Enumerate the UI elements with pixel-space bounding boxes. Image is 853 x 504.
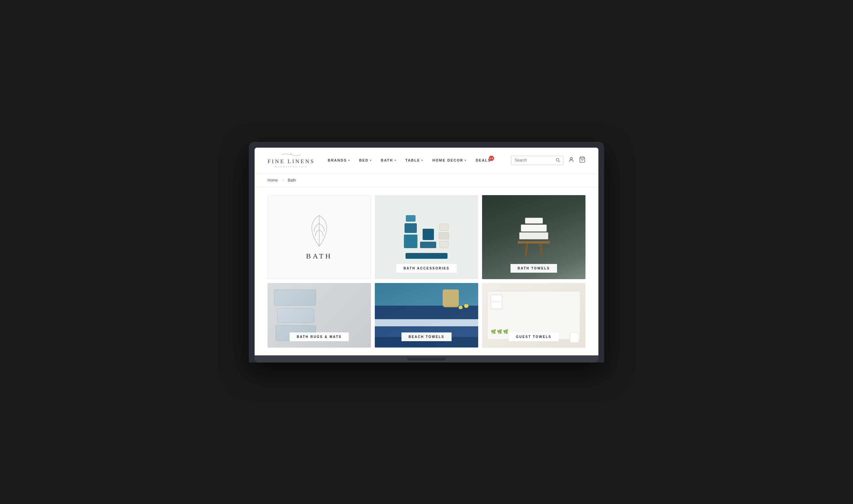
main-content: BATH — [255, 187, 598, 355]
svg-point-0 — [290, 153, 292, 155]
category-card-bath[interactable]: BATH — [268, 195, 371, 279]
logo-flourish — [280, 152, 303, 158]
chevron-down-icon: ▾ — [395, 159, 397, 162]
accessory-boxes — [404, 215, 449, 248]
search-box[interactable] — [511, 156, 563, 165]
account-icon[interactable] — [568, 156, 575, 164]
svg-point-3 — [570, 157, 573, 160]
nav-home-decor[interactable]: HOME DECOR ▾ — [432, 158, 467, 162]
category-label-beach-towels: BEACH TOWELS — [402, 332, 452, 341]
nav-deals[interactable]: DEALS 25 — [476, 158, 491, 162]
category-card-bath-towels[interactable]: BATH TOWELS — [482, 195, 585, 279]
category-label-accessories: BATH ACCESSORIES — [397, 264, 456, 273]
logo-subtitle: MANHATTAN 1876 — [275, 165, 308, 168]
category-label-bath-rugs: BATH RUGS & MATS — [290, 332, 349, 341]
search-icon[interactable] — [556, 158, 560, 163]
chevron-down-icon: ▾ — [465, 159, 467, 162]
category-card-bath-rugs[interactable]: BATH RUGS & MATS — [268, 283, 371, 348]
category-card-guest-towels[interactable]: MARAIN 🌿 🌿 🌿 GUEST TOWELS — [482, 283, 585, 348]
category-card-accessories[interactable]: BATH ACCESSORIES — [375, 195, 478, 279]
header-actions — [511, 156, 585, 165]
cart-icon[interactable] — [579, 156, 585, 164]
main-nav: BRANDS ▾ BED ▾ BATH ▾ TABLE ▾ HOME DECOR — [328, 158, 511, 162]
chevron-down-icon: ▾ — [421, 159, 423, 162]
category-label-guest-towels: GUEST TOWELS — [509, 332, 559, 341]
search-input[interactable] — [515, 158, 553, 162]
chevron-down-icon: ▾ — [370, 159, 372, 162]
towel-stool — [518, 218, 550, 256]
logo-title: FINE LINENS — [268, 158, 315, 165]
bath-hero-content: BATH — [306, 214, 332, 260]
nav-table[interactable]: TABLE ▾ — [405, 158, 423, 162]
header: FINE LINENS MANHATTAN 1876 BRANDS ▾ BED … — [255, 148, 598, 174]
svg-point-1 — [556, 158, 559, 161]
nav-bath[interactable]: BATH ▾ — [381, 158, 397, 162]
breadcrumb-home[interactable]: Home — [268, 178, 278, 182]
category-card-beach-towels[interactable]: BEACH TOWELS — [375, 283, 478, 348]
breadcrumb-current: Bath — [288, 178, 296, 182]
bath-hero-label: BATH — [306, 252, 332, 260]
nav-bed[interactable]: BED ▾ — [359, 158, 372, 162]
deals-badge-count: 25 — [489, 156, 494, 161]
nav-brands[interactable]: BRANDS ▾ — [328, 158, 350, 162]
breadcrumb: Home → Bath — [255, 174, 598, 187]
chevron-down-icon: ▾ — [348, 159, 350, 162]
logo[interactable]: FINE LINENS MANHATTAN 1876 — [268, 152, 315, 168]
svg-line-2 — [559, 161, 560, 162]
leaf-icon — [308, 214, 330, 249]
category-grid: BATH — [268, 195, 585, 348]
category-label-bath-towels: BATH TOWELS — [510, 264, 557, 273]
breadcrumb-separator: → — [281, 178, 286, 182]
